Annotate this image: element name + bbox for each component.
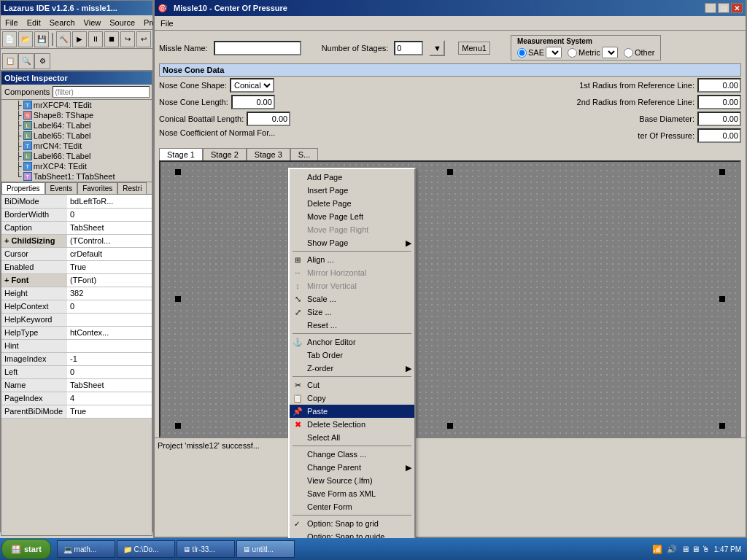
tab-stage-more[interactable]: S...: [290, 148, 319, 160]
sae-radio[interactable]: [517, 48, 527, 58]
ctx-copy[interactable]: 📋 Copy: [290, 392, 414, 405]
tab-properties[interactable]: Properties: [1, 182, 45, 194]
missle-name-input[interactable]: [214, 41, 301, 55]
ctx-insert-page[interactable]: Insert Page: [290, 184, 414, 197]
ctx-cut[interactable]: ✂ Cut: [290, 378, 414, 392]
base-diameter-input[interactable]: [697, 112, 741, 126]
toolbar-stop[interactable]: ⏹: [104, 31, 119, 47]
tree-item-3[interactable]: ├ L Label65: TLabel: [1, 131, 152, 141]
ctx-center-form[interactable]: Center Form: [290, 500, 414, 513]
ctx-align[interactable]: ⊞ Align ...: [290, 253, 414, 266]
menu1[interactable]: Menu1: [458, 42, 490, 55]
toolbar-ide2-1[interactable]: 📋: [2, 53, 18, 69]
prop-val-enabled[interactable]: True: [67, 260, 152, 273]
start-button[interactable]: 🪟 start: [1, 539, 51, 559]
menu-edit[interactable]: Edit: [23, 17, 45, 28]
ctx-snap-grid[interactable]: ✓ Option: Snap to grid: [290, 517, 414, 530]
ctx-z-order[interactable]: Z-order ▶: [290, 362, 414, 375]
toolbar-save[interactable]: 💾: [34, 31, 49, 47]
toolbar-ide2-3[interactable]: ⚙: [34, 53, 50, 69]
conical-boattail-input[interactable]: [247, 112, 290, 126]
prop-val-font[interactable]: (TFont): [67, 273, 152, 287]
prop-val-imageindex[interactable]: -1: [67, 352, 152, 365]
ctx-save-xml[interactable]: Save Form as XML: [290, 487, 414, 500]
nose-cone-shape-select[interactable]: Conical: [230, 78, 274, 93]
toolbar-step[interactable]: ↪: [120, 31, 135, 47]
toolbar-ide2-2[interactable]: 🔍: [18, 53, 34, 69]
ctx-reset[interactable]: Reset ...: [290, 319, 414, 332]
prop-val-helptype[interactable]: htContex...: [67, 326, 152, 339]
ctx-select-all[interactable]: Select All: [290, 431, 414, 444]
ctx-paste[interactable]: 📌 Paste: [290, 405, 414, 418]
stages-dropdown[interactable]: ▼: [429, 40, 445, 56]
nose-cone-length-input[interactable]: [231, 95, 275, 109]
ctx-delete-page[interactable]: Delete Page: [290, 197, 414, 210]
sae-radio-label[interactable]: SAE: [517, 47, 562, 58]
metric-radio[interactable]: [568, 48, 577, 58]
stages-input[interactable]: [394, 41, 423, 55]
ctx-change-parent[interactable]: Change Parent ▶: [290, 461, 414, 474]
prop-val-height[interactable]: 382: [67, 287, 152, 300]
ctx-anchor-editor[interactable]: ⚓ Anchor Editor: [290, 335, 414, 349]
toolbar-open[interactable]: 📂: [18, 31, 33, 47]
prop-val-parentbidimode[interactable]: True: [67, 405, 152, 418]
toolbar-new[interactable]: 📄: [2, 31, 17, 47]
ctx-add-page[interactable]: Add Page: [290, 171, 414, 184]
toolbar-run[interactable]: ▶: [72, 31, 87, 47]
ctx-scale[interactable]: ⤡ Scale ...: [290, 292, 414, 306]
tab-favorites[interactable]: Favorites: [77, 182, 117, 194]
toolbar-over[interactable]: ↩: [136, 31, 151, 47]
ctx-view-source[interactable]: View Source (.lfm): [290, 474, 414, 487]
prop-val-name[interactable]: TabSheet: [67, 378, 152, 392]
prop-val-bidimode[interactable]: bdLeftToR...: [67, 195, 152, 208]
minimize-button[interactable]: _: [705, 3, 716, 13]
tab-stage2[interactable]: Stage 2: [203, 148, 247, 160]
ctx-size[interactable]: ⤢ Size ...: [290, 306, 414, 319]
ctx-move-left[interactable]: Move Page Left: [290, 210, 414, 223]
taskbar-item-tlr[interactable]: 🖥 tlr-33...: [177, 540, 235, 558]
menu-search[interactable]: Search: [45, 17, 80, 28]
ctx-tab-order[interactable]: Tab Order: [290, 349, 414, 362]
menu-source[interactable]: Source: [105, 17, 139, 28]
tab-stage3[interactable]: Stage 3: [247, 148, 290, 160]
tree-item-5[interactable]: ├ L Label66: TLabel: [1, 151, 152, 161]
tree-item-0[interactable]: ├ T mrXFCP4: TEdit: [1, 100, 152, 110]
metric-select[interactable]: [602, 47, 618, 58]
prop-val-left[interactable]: 0: [67, 365, 152, 378]
menu-file[interactable]: File: [1, 17, 23, 28]
prop-val-childsizing[interactable]: (TControl...: [67, 234, 152, 247]
metric-radio-label[interactable]: Metric: [568, 47, 618, 58]
tab-restri[interactable]: Restri: [117, 182, 147, 194]
main-menu-file[interactable]: File: [155, 18, 179, 29]
tab-stage1[interactable]: Stage 1: [159, 148, 203, 160]
filter-input[interactable]: [53, 86, 150, 98]
designer-area[interactable]: [159, 160, 741, 438]
other-radio-label[interactable]: Other: [624, 48, 655, 58]
ctx-show-page[interactable]: Show Page ▶: [290, 236, 414, 249]
tree-item-7[interactable]: └ T TabSheet1: TTabSheet: [1, 171, 152, 182]
menu-view[interactable]: View: [80, 17, 106, 28]
prop-val-borderwidth[interactable]: 0: [67, 208, 152, 221]
toolbar-pause[interactable]: ⏸: [88, 31, 103, 47]
toolbar-build[interactable]: 🔨: [56, 31, 71, 47]
other-radio[interactable]: [624, 48, 633, 58]
close-button[interactable]: ✕: [731, 3, 743, 13]
prop-val-hint[interactable]: [67, 339, 152, 352]
prop-val-caption[interactable]: TabSheet: [67, 221, 152, 234]
taskbar-item-cdrive[interactable]: 📁 C:\Do...: [117, 540, 175, 558]
tree-item-2[interactable]: ├ L Label64: TLabel: [1, 120, 152, 131]
first-radius-input[interactable]: [697, 78, 741, 93]
tree-item-4[interactable]: ├ T mrCN4: TEdit: [1, 141, 152, 151]
prop-val-helpcontext[interactable]: 0: [67, 300, 152, 313]
tree-item-6[interactable]: ├ T mrXCP4: TEdit: [1, 161, 152, 171]
tree-item-1[interactable]: ├ S Shape8: TShape: [1, 110, 152, 120]
prop-val-pageindex[interactable]: 4: [67, 392, 152, 405]
second-radius-input[interactable]: [697, 95, 741, 109]
taskbar-item-untitl[interactable]: 🖥 untitl...: [236, 540, 295, 558]
sae-select[interactable]: [546, 47, 562, 58]
taskbar-item-math[interactable]: 💻 math...: [57, 540, 115, 558]
ctx-change-class[interactable]: Change Class ...: [290, 448, 414, 461]
ctx-delete-selection[interactable]: ✖ Delete Selection: [290, 418, 414, 431]
center-of-pressure-input[interactable]: [697, 128, 741, 143]
maximize-button[interactable]: □: [718, 3, 729, 13]
